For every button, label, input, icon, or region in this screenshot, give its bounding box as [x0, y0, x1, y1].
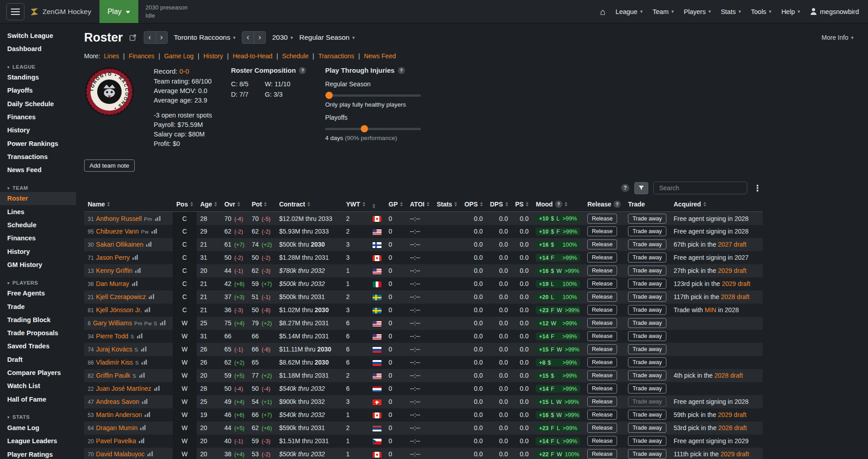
sort-icon[interactable] [565, 202, 567, 206]
mood-badge[interactable]: +14F>99% [536, 385, 580, 393]
release-button[interactable]: Release [587, 305, 617, 315]
player-link[interactable]: David Malabuyoc [96, 450, 144, 458]
filter-button[interactable] [634, 182, 648, 194]
add-team-note-button[interactable]: Add team note [84, 159, 135, 172]
player-stats-icon[interactable] [145, 307, 150, 312]
sort-icon[interactable] [214, 202, 217, 206]
sort-icon[interactable] [526, 202, 528, 206]
col-header-stats[interactable]: Stats [433, 199, 461, 212]
sort-icon[interactable] [373, 204, 375, 208]
mood-badge[interactable]: +20L100% [536, 293, 580, 301]
player-link[interactable]: Juan José Martínez [96, 385, 151, 392]
new-window-icon[interactable] [129, 34, 137, 41]
acquired-link[interactable]: 2028 draft [714, 372, 743, 379]
record-link[interactable]: 0-0 [179, 67, 189, 75]
kebab-menu-icon[interactable] [752, 183, 763, 193]
more-link-transactions[interactable]: Transactions [318, 52, 354, 60]
sidebar-item-lines[interactable]: Lines [0, 205, 76, 218]
release-button[interactable]: Release [587, 226, 617, 236]
prev-season-button[interactable] [242, 31, 254, 44]
mood-badge[interactable]: +16$100% [536, 241, 580, 248]
release-button[interactable]: Release [587, 397, 617, 407]
mood-badge[interactable]: +23F L>99% [536, 424, 580, 432]
acquired-link[interactable]: 2029 draft [718, 267, 746, 274]
sidebar-item-standings[interactable]: Standings [0, 71, 76, 84]
trade-away-button[interactable]: Trade away [628, 370, 666, 380]
acquired-link[interactable]: 2028 draft [721, 293, 750, 300]
mood-badge[interactable]: +16$ W>99% [536, 411, 580, 419]
player-link[interactable]: Martin Anderson [96, 411, 142, 418]
play-button[interactable]: Play [99, 0, 138, 23]
brand[interactable]: ZenGM Hockey [30, 0, 91, 23]
trade-away-button[interactable]: Trade away [628, 292, 666, 302]
sort-icon[interactable] [307, 202, 310, 206]
trade-away-button[interactable]: Trade away [628, 410, 666, 420]
trade-away-button[interactable]: Trade away [628, 331, 666, 341]
mood-badge[interactable]: +15L W>99% [536, 398, 580, 406]
trade-away-button[interactable]: Trade away [628, 226, 666, 236]
mood-badge[interactable]: +22F W100% [536, 450, 580, 458]
sidebar-item-roster[interactable]: Roster [0, 192, 76, 205]
trade-away-button[interactable]: Trade away [628, 253, 666, 262]
player-stats-icon[interactable] [149, 294, 154, 299]
sidebar-item-player-ratings[interactable]: Player Ratings [0, 448, 76, 459]
release-button[interactable]: Release [587, 214, 617, 224]
col-header-ps[interactable]: PS [512, 199, 533, 212]
trade-away-button[interactable]: Trade away [628, 344, 666, 354]
sort-icon[interactable] [264, 202, 267, 206]
sort-icon[interactable] [703, 202, 706, 206]
sidebar-item-gm-history[interactable]: GM History [0, 258, 76, 271]
player-stats-icon[interactable] [135, 268, 141, 273]
player-stats-icon[interactable] [132, 255, 138, 260]
sidebar-item-switch-league[interactable]: Switch League [0, 29, 76, 42]
col-header-dps[interactable]: DPS [486, 199, 512, 212]
sort-icon[interactable] [237, 202, 240, 206]
sidebar-section-team[interactable]: TEAM [0, 183, 76, 192]
more-link-history[interactable]: History [203, 52, 223, 60]
trade-away-button[interactable]: Trade away [628, 214, 666, 224]
sidebar-item-history[interactable]: History [0, 124, 76, 137]
trade-away-button[interactable]: Trade away [628, 357, 666, 367]
sidebar-item-finances[interactable]: Finances [0, 232, 76, 245]
sidebar-item-transactions[interactable]: Transactions [0, 150, 76, 163]
player-link[interactable]: Pavel Pavelka [96, 437, 136, 445]
player-stats-icon[interactable] [137, 333, 142, 338]
col-header-pos[interactable]: Pos [173, 199, 197, 212]
sidebar-item-free-agents[interactable]: Free Agents [0, 287, 76, 300]
player-link[interactable]: Kjell Jönsson Jr. [96, 306, 142, 314]
release-button[interactable]: Release [587, 436, 617, 446]
release-button[interactable]: Release [587, 253, 617, 262]
mood-badge[interactable]: +14F>99% [536, 333, 580, 340]
sidebar-item-trading-block[interactable]: Trading Block [0, 313, 76, 326]
mood-badge[interactable]: +14F>99% [536, 254, 580, 262]
player-link[interactable]: Vladimír Kiss [96, 359, 133, 366]
trade-away-button[interactable]: Trade away [628, 266, 666, 276]
release-button[interactable]: Release [587, 331, 617, 341]
nav-league[interactable]: League [616, 8, 643, 15]
release-button[interactable]: Release [587, 357, 617, 367]
more-link-schedule[interactable]: Schedule [282, 52, 308, 60]
sidebar-item-trade[interactable]: Trade [0, 300, 76, 313]
next-season-button[interactable] [254, 31, 266, 44]
col-header-ovr[interactable]: Ovr [221, 199, 248, 212]
col-header-age[interactable]: Age [197, 199, 221, 212]
col-header-ywt[interactable]: YWT [342, 199, 368, 212]
sidebar-item-saved-trades[interactable]: Saved Trades [0, 340, 76, 353]
slider-thumb[interactable] [361, 125, 368, 132]
acquired-link[interactable]: MIN [705, 306, 717, 314]
sidebar-section-stats[interactable]: STATS [0, 412, 76, 421]
more-link-game-log[interactable]: Game Log [164, 52, 193, 60]
acquired-link[interactable]: 2029 draft [718, 411, 746, 418]
sidebar-item-playoffs[interactable]: Playoffs [0, 84, 76, 97]
player-link[interactable]: Pierre Todd [96, 333, 128, 340]
player-link[interactable]: Kenny Griffin [96, 267, 132, 274]
more-link-lines[interactable]: Lines [104, 52, 119, 60]
mood-badge[interactable]: +12W>99% [536, 319, 580, 327]
trade-away-button[interactable]: Trade away [628, 318, 666, 328]
sort-icon[interactable] [427, 202, 429, 206]
mood-badge[interactable]: +14F L>99% [536, 437, 580, 445]
nav-team[interactable]: Team [653, 8, 674, 15]
col-header-pot[interactable]: Pot [248, 199, 276, 212]
phase-dropdown[interactable]: Regular Season [299, 33, 355, 42]
sort-icon[interactable] [454, 202, 457, 206]
